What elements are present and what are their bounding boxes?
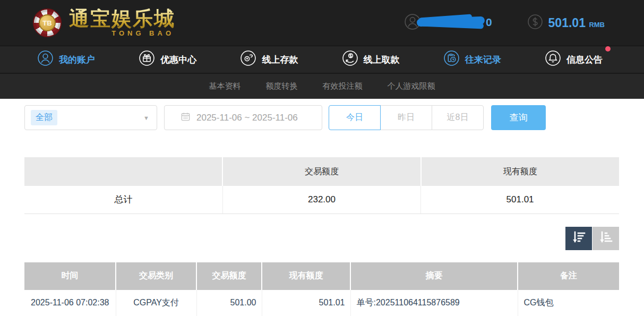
nav-item-my-account[interactable]: 我的账户 bbox=[37, 50, 95, 69]
query-button[interactable]: 查询 bbox=[491, 105, 546, 130]
nav-label: 信息公告 bbox=[566, 54, 603, 66]
balance-block[interactable]: 501.01 RMB bbox=[527, 14, 605, 32]
category-select[interactable]: 全部 ▼ bbox=[24, 105, 157, 130]
content: 全部 ▼ 2025-11-06 ~ 2025-11-06 今日 昨日 近8日 查… bbox=[0, 99, 644, 316]
category-selected-value: 全部 bbox=[31, 110, 57, 125]
user-block[interactable]: 0 bbox=[404, 13, 492, 32]
gift-icon bbox=[139, 50, 155, 69]
subnav-item-valid-bets[interactable]: 有效投注额 bbox=[323, 81, 363, 91]
header-right: 0 501.01 RMB bbox=[404, 13, 605, 32]
summary-header-row: 交易额度 现有额度 bbox=[24, 157, 619, 186]
deposit-icon bbox=[240, 50, 256, 69]
nav-label: 线上取款 bbox=[364, 54, 400, 66]
summary-current-balance: 501.01 bbox=[421, 186, 619, 213]
nav-label: 线上存款 bbox=[262, 54, 298, 66]
nav-item-promotions[interactable]: 优惠中心 bbox=[139, 50, 196, 69]
nav-item-withdraw[interactable]: 线上取款 bbox=[342, 50, 400, 69]
dollar-icon bbox=[527, 14, 543, 32]
nav-item-deposit[interactable]: 线上存款 bbox=[240, 50, 298, 69]
subnav-item-basic-info[interactable]: 基本资料 bbox=[209, 81, 241, 91]
records-col-type: 交易类别 bbox=[116, 262, 196, 290]
notification-dot bbox=[605, 46, 611, 52]
balance-amount: 501.01 bbox=[548, 16, 586, 30]
site-subtitle: TONG BAO bbox=[69, 29, 175, 37]
summary-col-current-balance: 现有额度 bbox=[421, 157, 619, 186]
nav-label: 往来记录 bbox=[465, 54, 501, 66]
summary-col-transaction-amount: 交易额度 bbox=[222, 157, 420, 186]
balance-currency: RMB bbox=[589, 21, 605, 29]
main-nav: 我的账户 优惠中心 线上存款 bbox=[0, 46, 644, 73]
summary-total-row: 总计 232.00 501.01 bbox=[24, 186, 619, 213]
top-header: TB 通宝娱乐城 TONG BAO 0 bbox=[0, 0, 644, 46]
records-icon bbox=[443, 50, 460, 69]
sort-controls bbox=[24, 227, 619, 250]
sort-descending-button[interactable] bbox=[565, 227, 592, 250]
user-icon bbox=[37, 50, 54, 69]
record-remark: CG钱包 bbox=[518, 290, 619, 316]
summary-col-blank bbox=[24, 157, 222, 186]
range-button-last-8-days[interactable]: 近8日 bbox=[432, 105, 484, 130]
record-type: CGPAY支付 bbox=[116, 290, 196, 316]
filter-row: 全部 ▼ 2025-11-06 ~ 2025-11-06 今日 昨日 近8日 查… bbox=[24, 105, 619, 130]
nav-label: 优惠中心 bbox=[160, 54, 196, 66]
date-range-input[interactable]: 2025-11-06 ~ 2025-11-06 bbox=[164, 105, 322, 130]
site-logo[interactable]: TB 通宝娱乐城 TONG BAO bbox=[33, 8, 175, 37]
casino-chip-icon: TB bbox=[33, 8, 62, 37]
range-button-yesterday[interactable]: 昨日 bbox=[380, 105, 432, 130]
sort-ascending-icon bbox=[598, 230, 613, 246]
subnav-item-personal-game-limit[interactable]: 个人游戏限额 bbox=[388, 81, 435, 91]
sort-descending-icon bbox=[571, 230, 586, 246]
nav-label: 我的账户 bbox=[59, 54, 95, 66]
table-row: 2025-11-06 07:02:38 CGPAY支付 501.00 501.0… bbox=[24, 290, 619, 316]
quick-range-group: 今日 昨日 近8日 bbox=[329, 105, 484, 130]
date-range-value: 2025-11-06 ~ 2025-11-06 bbox=[196, 113, 298, 123]
records-col-time: 时间 bbox=[24, 262, 116, 290]
records-col-current-balance: 现有额度 bbox=[262, 262, 350, 290]
records-col-transaction-amount: 交易额度 bbox=[196, 262, 262, 290]
sub-nav: 基本资料 额度转换 有效投注额 个人游戏限额 bbox=[0, 73, 644, 99]
record-summary: 单号:202511064115876589 bbox=[350, 290, 518, 316]
sort-ascending-button[interactable] bbox=[593, 227, 619, 250]
username-visible-suffix: 0 bbox=[486, 16, 492, 29]
records-col-remark: 备注 bbox=[518, 262, 619, 290]
calendar-icon bbox=[181, 112, 191, 124]
records-header-row: 时间 交易类别 交易额度 现有额度 摘要 备注 bbox=[24, 262, 619, 290]
record-current-balance: 501.01 bbox=[262, 290, 350, 316]
withdraw-icon bbox=[342, 50, 358, 69]
summary-table: 交易额度 现有额度 总计 232.00 501.01 bbox=[24, 157, 619, 214]
subnav-item-credit-transfer[interactable]: 额度转换 bbox=[266, 81, 298, 91]
redacted-username: 0 bbox=[424, 15, 492, 31]
site-title: 通宝娱乐城 bbox=[69, 8, 175, 29]
summary-total-label: 总计 bbox=[24, 186, 222, 213]
nav-item-transaction-records[interactable]: 往来记录 bbox=[443, 50, 501, 69]
chip-monogram: TB bbox=[39, 14, 56, 31]
nav-item-announcements[interactable]: 信息公告 bbox=[545, 50, 603, 69]
range-button-today[interactable]: 今日 bbox=[329, 105, 381, 130]
chevron-down-icon: ▼ bbox=[143, 115, 149, 121]
record-time: 2025-11-06 07:02:38 bbox=[24, 290, 116, 316]
records-table: 时间 交易类别 交易额度 现有额度 摘要 备注 2025-11-06 07:02… bbox=[24, 262, 619, 316]
summary-transaction-amount: 232.00 bbox=[222, 186, 420, 213]
records-col-summary: 摘要 bbox=[350, 262, 518, 290]
record-transaction-amount: 501.00 bbox=[196, 290, 262, 316]
bell-icon bbox=[545, 50, 561, 69]
logo-text: 通宝娱乐城 TONG BAO bbox=[69, 8, 175, 37]
